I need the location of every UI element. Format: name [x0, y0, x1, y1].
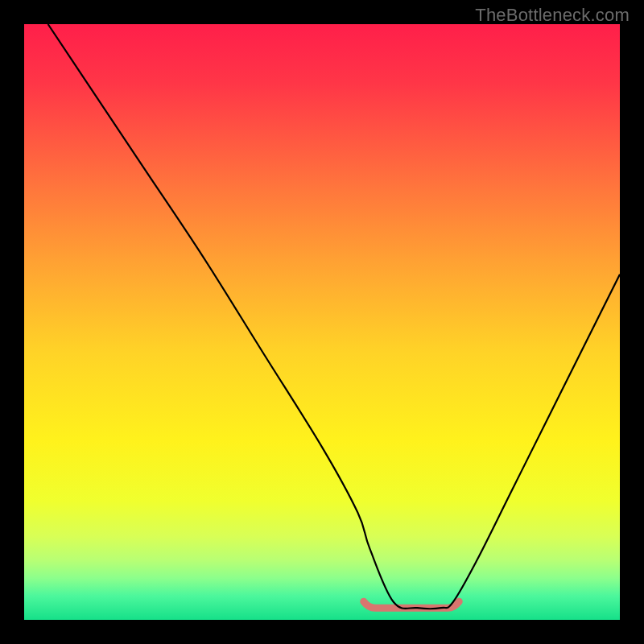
watermark-text: TheBottleneck.com — [475, 5, 630, 26]
gradient-background — [24, 24, 620, 620]
chart-svg — [24, 24, 620, 620]
plot-area — [24, 24, 620, 620]
